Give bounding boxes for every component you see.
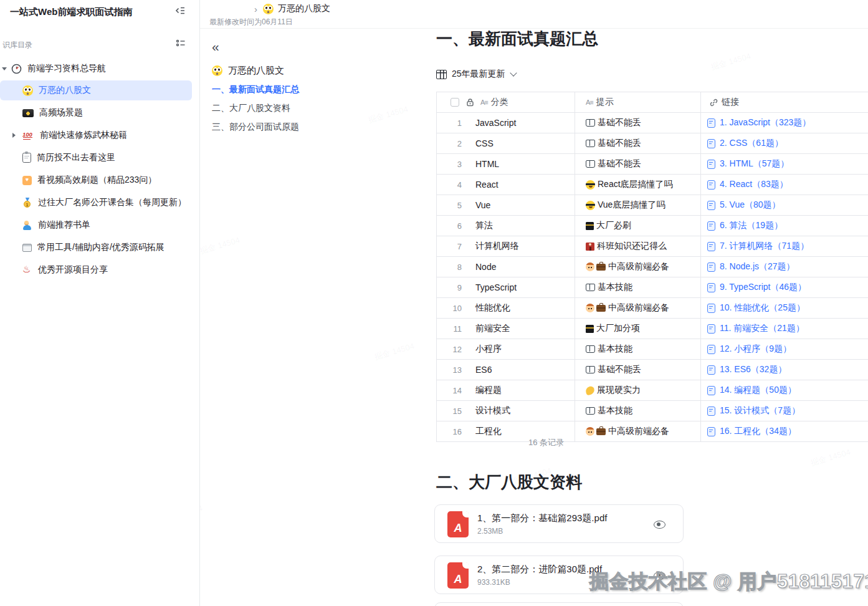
record-link[interactable]: 10. 性能优化（25题）: [720, 302, 805, 314]
sidebar-collapse-icon[interactable]: [174, 6, 186, 18]
table-view-selector[interactable]: 25年最新更新: [436, 69, 516, 80]
record-link[interactable]: 9. TypeScript（46题）: [720, 282, 806, 293]
workspace-title: 一站式Web前端求职面试指南: [10, 6, 132, 18]
grid-view-icon: [436, 70, 447, 79]
open-book-icon: [586, 366, 595, 373]
pdf-file-name[interactable]: 2、第二部分：进阶篇30题.pdf: [477, 564, 602, 575]
tile-watermark: 掘金 14504: [373, 340, 416, 362]
expand-arrow-icon[interactable]: [12, 133, 16, 138]
pdf-attachment-card-partial[interactable]: [434, 602, 684, 606]
doc-icon: [707, 221, 715, 231]
sunglasses-face-icon: [586, 180, 595, 190]
flushed-face-icon: [212, 65, 222, 76]
doc-icon: [707, 304, 715, 313]
record-link[interactable]: 6. 算法（19题）: [720, 220, 783, 231]
header-cell-hint[interactable]: A≡ 提示: [575, 92, 701, 112]
sidebar-item-list: 万恶的八股文 高频场景题 前端快速修炼武林秘籍 简历投不出去看这里 看视频高效刷…: [0, 80, 199, 282]
doc-icon: [707, 201, 715, 210]
record-link[interactable]: 13. ES6（32题）: [720, 364, 786, 375]
open-book-icon: [586, 284, 595, 291]
user-watermark: 掘金技术社区 @ 用户5181151718372: [589, 569, 868, 595]
sidebar-item-root-nav[interactable]: 前端学习资料总导航: [0, 59, 199, 78]
doc-icon: [707, 160, 715, 169]
clipboard-icon: [22, 153, 31, 163]
sidebar-item-label: 前端学习资料总导航: [27, 63, 106, 74]
tile-watermark: 掘金 14504: [710, 50, 752, 72]
record-link[interactable]: 8. Node.js（27题）: [720, 261, 795, 272]
hot-springs-icon: [22, 265, 32, 275]
record-link[interactable]: 15. 设计模式（7题）: [720, 405, 800, 416]
kaaba-icon: [586, 325, 594, 333]
pdf-file-icon: [447, 511, 469, 537]
clock-icon: [11, 64, 22, 74]
tile-watermark: 掘金 14504: [809, 446, 852, 468]
outline-collapse-icon[interactable]: «: [212, 40, 219, 54]
videocassette-icon: [22, 109, 34, 117]
window-icon: [22, 244, 32, 252]
sidebar-item-training-book[interactable]: 前端快速修炼武林秘籍: [0, 125, 192, 145]
header-cell-category[interactable]: A≡ 分类: [437, 92, 575, 112]
preview-eye-icon[interactable]: [654, 521, 665, 529]
record-link[interactable]: 14. 编程题（50题）: [720, 385, 796, 396]
lock-icon: [466, 98, 474, 107]
sidebar-item-open-source[interactable]: 优秀开源项目分享: [0, 260, 192, 280]
boy-face-icon: [586, 427, 594, 436]
open-book-icon: [586, 119, 595, 127]
record-link[interactable]: 2. CSS（61题）: [720, 138, 783, 149]
sidebar-item-video-practice[interactable]: 看视频高效刷题（精品233问）: [0, 170, 192, 190]
outline-doc-title: 万恶的八股文: [228, 65, 284, 77]
sidebar-item-tools[interactable]: 常用工具/辅助内容/优秀源码拓展: [0, 238, 192, 257]
header-cell-link[interactable]: 链接: [701, 92, 868, 112]
table-row: 15设计模式基本技能15. 设计模式（7题）: [437, 401, 868, 421]
sidebar-item-bagu[interactable]: 万恶的八股文: [0, 80, 192, 100]
sidebar-item-book-list[interactable]: 前端推荐书单: [0, 215, 192, 235]
section2-heading: 二、大厂八股文资料: [436, 471, 582, 493]
doc-icon: [707, 406, 715, 416]
outline-item-2[interactable]: 二、大厂八股文资料: [212, 102, 417, 114]
record-link[interactable]: 7. 计算机网络（71题）: [720, 241, 809, 252]
person-tipping-hand-icon: [22, 220, 32, 230]
table-row: 9TypeScript基本技能9. TypeScript（46题）: [437, 277, 868, 298]
doc-icon: [707, 139, 715, 148]
chevron-right-icon: ›: [254, 4, 257, 14]
doc-icon: [707, 427, 715, 436]
record-link[interactable]: 16. 工程化（34题）: [720, 426, 796, 437]
record-link[interactable]: 11. 前端安全（21题）: [720, 323, 804, 334]
table-row: 8Node中高级前端必备8. Node.js（27题）: [437, 257, 868, 277]
record-link[interactable]: 5. Vue（80题）: [720, 200, 781, 211]
sidebar-item-scene-questions[interactable]: 高频场景题: [0, 103, 192, 123]
record-link[interactable]: 12. 小程序（9题）: [720, 344, 791, 355]
record-link[interactable]: 3. HTML（57题）: [720, 158, 789, 170]
outline-doc-title-row[interactable]: 万恶的八股文: [212, 65, 417, 77]
sidebar-item-resume[interactable]: 简历投不出去看这里: [0, 148, 192, 168]
doc-icon: [707, 180, 715, 190]
doc-icon: [707, 262, 715, 272]
section1-heading: 一、最新面试真题汇总: [436, 28, 598, 50]
pdf-file-icon: [447, 562, 469, 589]
record-link[interactable]: 4. React（83题）: [720, 179, 788, 190]
open-book-icon: [586, 345, 595, 353]
record-count: 16 条记录: [528, 437, 564, 448]
catalog-section-label: 识库目录: [2, 40, 32, 50]
outline-item-3[interactable]: 三、部分公司面试原题: [212, 120, 417, 133]
select-all-checkbox[interactable]: [451, 98, 459, 107]
pdf-attachment-card[interactable]: 1、第一部分：基础篇293题.pdf 2.53MB: [434, 504, 684, 543]
breadcrumb[interactable]: › 万恶的八股文: [254, 3, 330, 14]
breadcrumb-doc-title[interactable]: 万恶的八股文: [278, 3, 330, 14]
catalog-settings-icon[interactable]: [176, 39, 186, 50]
pdf-file-size: 933.31KB: [477, 578, 510, 587]
briefcase-icon: [596, 264, 606, 271]
sidebar-item-open-courses[interactable]: 过往大厂名师公开课合集（每周更新）: [0, 193, 192, 213]
outline-item-1[interactable]: 一、最新面试真题汇总: [212, 83, 417, 95]
last-modified-text: 最新修改时间为06月11日: [209, 17, 293, 27]
pdf-file-name[interactable]: 1、第一部分：基础篇293题.pdf: [477, 512, 607, 524]
table-row: 7计算机网络科班知识还记得么7. 计算机网络（71题）: [437, 236, 868, 257]
sidebar: 一站式Web前端求职面试指南 识库目录 前端学习资料总导航 万恶的八股文 高频场…: [0, 0, 200, 606]
open-book-icon: [586, 160, 595, 168]
view-name: 25年最新更新: [452, 69, 505, 80]
expand-arrow-icon[interactable]: [2, 67, 7, 70]
doc-icon: [707, 324, 715, 334]
flushed-face-icon: [263, 4, 274, 14]
record-link[interactable]: 1. JavaScript（323题）: [720, 117, 811, 128]
briefcase-icon: [596, 305, 606, 312]
